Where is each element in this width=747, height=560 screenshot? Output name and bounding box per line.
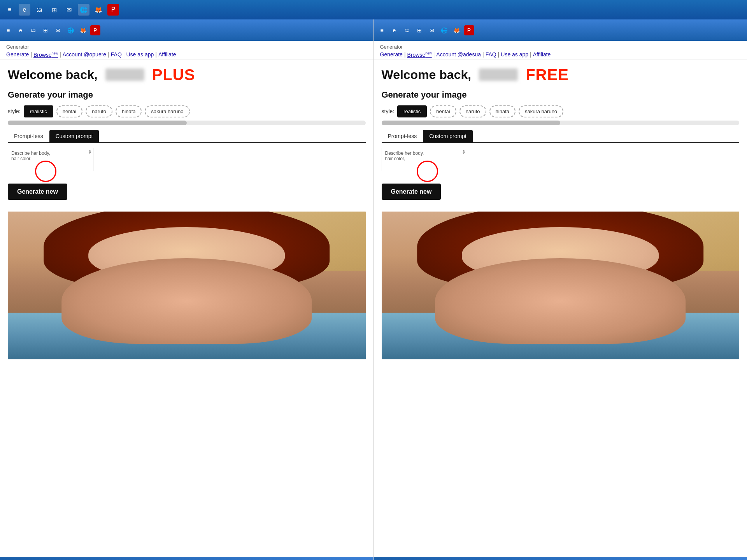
left-generated-image bbox=[8, 212, 366, 359]
right-generate-button[interactable]: Generate new bbox=[382, 184, 441, 200]
left-generate-btn-wrap: Generate new bbox=[8, 184, 366, 206]
right-chrome-store[interactable]: ⊞ bbox=[414, 25, 424, 35]
left-plan-badge: PLUS bbox=[152, 66, 195, 84]
left-tabs-row: Prompt-less Custom prompt bbox=[8, 130, 366, 143]
right-welcome-row: Welcome back, FREE bbox=[382, 66, 740, 84]
right-section-title: Generate your image bbox=[382, 90, 740, 100]
right-welcome-text: Welcome back, bbox=[382, 68, 472, 82]
left-prompt-wrap: Describe her body, hair color, ⇕ bbox=[8, 148, 93, 178]
left-browser-window: ≡ e 🗂 ⊞ ✉ 🌐 🦊 P Generator Generate | Bro… bbox=[0, 19, 374, 560]
left-chrome-browser[interactable]: 🌐 bbox=[65, 25, 75, 35]
left-chrome-edge[interactable]: e bbox=[16, 25, 26, 35]
taskbar-store-icon[interactable]: ⊞ bbox=[48, 4, 60, 16]
left-chrome-firefox[interactable]: 🦊 bbox=[78, 25, 88, 35]
taskbar: ≡ e 🗂 ⊞ ✉ 🌐 🦊 P bbox=[0, 0, 747, 19]
right-site-header: Generator Generate | Browsenew | Account… bbox=[374, 41, 747, 60]
right-plan-badge: FREE bbox=[526, 66, 569, 84]
right-scroll-thumb bbox=[382, 121, 561, 125]
left-chrome-folder[interactable]: 🗂 bbox=[28, 25, 38, 35]
left-style-row: style: realistic hentai naruto hinata sa… bbox=[8, 105, 366, 117]
taskbar-menu-icon[interactable]: ≡ bbox=[4, 4, 16, 16]
right-chrome-mail[interactable]: ✉ bbox=[427, 25, 437, 35]
right-nav-browse[interactable]: Browsenew bbox=[407, 51, 432, 58]
left-scroll-thumb bbox=[8, 121, 187, 125]
left-tab-custom[interactable]: Custom prompt bbox=[49, 130, 99, 142]
right-chrome-menu[interactable]: ≡ bbox=[377, 25, 387, 35]
right-img-skin bbox=[435, 258, 686, 344]
right-nav-use-as-app[interactable]: Use as app bbox=[501, 51, 528, 58]
right-tab-promptless[interactable]: Prompt-less bbox=[382, 130, 423, 142]
right-style-row: style: realistic hentai naruto hinata sa… bbox=[382, 105, 740, 117]
right-style-realistic[interactable]: realistic bbox=[397, 105, 427, 117]
left-nav-account[interactable]: Account @opuere bbox=[63, 51, 106, 58]
right-username-blur bbox=[479, 68, 518, 81]
right-nav-faq[interactable]: FAQ bbox=[486, 51, 496, 58]
taskbar-chrome-icon[interactable]: 🌐 bbox=[78, 4, 89, 16]
left-bottom-bar bbox=[0, 557, 374, 560]
left-welcome-row: Welcome back, PLUS bbox=[8, 66, 366, 84]
right-chrome-folder[interactable]: 🗂 bbox=[402, 25, 412, 35]
right-tabs-row: Prompt-less Custom prompt bbox=[382, 130, 740, 143]
right-nav-generate[interactable]: Generate bbox=[380, 51, 403, 58]
left-style-hentai[interactable]: hentai bbox=[56, 105, 82, 117]
left-nav-affiliate[interactable]: Affiliate bbox=[158, 51, 176, 58]
right-chrome-firefox[interactable]: 🦊 bbox=[452, 25, 462, 35]
right-style-hentai[interactable]: hentai bbox=[430, 105, 456, 117]
taskbar-p-icon[interactable]: P bbox=[107, 4, 119, 16]
taskbar-firefox-icon[interactable]: 🦊 bbox=[93, 4, 104, 16]
left-tab-promptless[interactable]: Prompt-less bbox=[8, 130, 49, 142]
left-page-content: Generator Generate | Browsenew | Account… bbox=[0, 41, 374, 560]
left-nav-bar: Generate | Browsenew | Account @opuere |… bbox=[6, 51, 367, 58]
right-textarea-wrap: Describe her body, hair color, ⇕ bbox=[382, 148, 467, 173]
right-style-label: style: bbox=[382, 108, 395, 114]
right-nav-account[interactable]: Account @adesua bbox=[436, 51, 481, 58]
left-style-label: style: bbox=[8, 108, 21, 114]
right-generator-label: Generator bbox=[380, 44, 741, 50]
left-browser-chrome: ≡ e 🗂 ⊞ ✉ 🌐 🦊 P bbox=[0, 19, 374, 41]
left-chrome-p[interactable]: P bbox=[90, 25, 100, 35]
right-chrome-edge[interactable]: e bbox=[389, 25, 400, 35]
left-scroll-track[interactable] bbox=[8, 121, 366, 125]
right-style-hinata[interactable]: hinata bbox=[489, 105, 516, 117]
left-style-hinata[interactable]: hinata bbox=[116, 105, 142, 117]
left-nav-use-as-app[interactable]: Use as app bbox=[126, 51, 154, 58]
left-username-blur bbox=[105, 68, 144, 81]
left-chrome-menu[interactable]: ≡ bbox=[3, 25, 13, 35]
left-nav-faq[interactable]: FAQ bbox=[111, 51, 122, 58]
taskbar-mail-icon[interactable]: ✉ bbox=[63, 4, 75, 16]
right-style-sakura[interactable]: sakura haruno bbox=[519, 105, 563, 117]
left-nav-generate[interactable]: Generate bbox=[6, 51, 29, 58]
right-prompt-textarea[interactable]: Describe her body, hair color, bbox=[382, 148, 467, 171]
right-browser-window: ≡ e 🗂 ⊞ ✉ 🌐 🦊 P Generator Generate | Bro… bbox=[374, 19, 747, 560]
taskbar-folder-icon[interactable]: 🗂 bbox=[33, 4, 45, 16]
right-tab-custom[interactable]: Custom prompt bbox=[423, 130, 473, 142]
right-generate-btn-wrap: Generate new bbox=[382, 184, 740, 206]
left-prompt-textarea[interactable]: Describe her body, hair color, bbox=[8, 148, 93, 171]
left-img-skin bbox=[61, 258, 312, 344]
right-nav-bar: Generate | Browsenew | Account @adesua |… bbox=[380, 51, 741, 58]
right-generated-image bbox=[382, 212, 740, 359]
left-style-naruto[interactable]: naruto bbox=[86, 105, 112, 117]
left-generate-button[interactable]: Generate new bbox=[8, 184, 67, 200]
left-chrome-store[interactable]: ⊞ bbox=[40, 25, 51, 35]
right-prompt-wrap: Describe her body, hair color, ⇕ bbox=[382, 148, 467, 178]
right-nav-affiliate[interactable]: Affiliate bbox=[533, 51, 551, 58]
right-bottom-bar bbox=[374, 557, 747, 560]
right-style-naruto[interactable]: naruto bbox=[459, 105, 486, 117]
right-scroll-track[interactable] bbox=[382, 121, 740, 125]
left-style-realistic[interactable]: realistic bbox=[24, 105, 53, 117]
browsers-container: ≡ e 🗂 ⊞ ✉ 🌐 🦊 P Generator Generate | Bro… bbox=[0, 19, 747, 560]
left-main-area: Welcome back, PLUS Generate your image s… bbox=[0, 60, 374, 557]
right-main-area: Welcome back, FREE Generate your image s… bbox=[374, 60, 747, 557]
taskbar-edge-icon[interactable]: e bbox=[19, 4, 30, 16]
left-style-sakura[interactable]: sakura haruno bbox=[145, 105, 189, 117]
left-chrome-mail[interactable]: ✉ bbox=[53, 25, 63, 35]
left-nav-browse[interactable]: Browsenew bbox=[33, 51, 58, 58]
right-page-content: Generator Generate | Browsenew | Account… bbox=[374, 41, 747, 560]
left-section-title: Generate your image bbox=[8, 90, 366, 100]
right-chrome-p[interactable]: P bbox=[464, 25, 474, 35]
left-welcome-text: Welcome back, bbox=[8, 68, 98, 82]
left-generator-label: Generator bbox=[6, 44, 367, 50]
right-chrome-browser[interactable]: 🌐 bbox=[439, 25, 449, 35]
left-textarea-wrap: Describe her body, hair color, ⇕ bbox=[8, 148, 93, 173]
